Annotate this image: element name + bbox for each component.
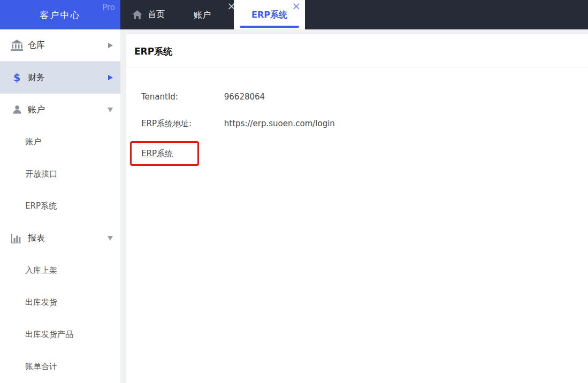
sidebar-subitem-inbound-shelving[interactable]: 入库上架 xyxy=(0,254,120,286)
field-value: https://erp.suoen.com/login xyxy=(224,119,335,128)
sidebar-item-finance[interactable]: $ 财务 xyxy=(0,62,120,94)
sidebar-subitem-erp-system[interactable]: ERP系统 xyxy=(0,190,120,222)
sidebar-item-warehouse[interactable]: 仓库 xyxy=(0,29,120,62)
tab-home[interactable]: 首页 xyxy=(132,0,165,29)
sidebar-subitem-bill-total[interactable]: 账单合计 xyxy=(0,350,120,382)
sidebar-subitem-outbound-products[interactable]: 出库发货产品 xyxy=(0,318,120,350)
home-icon xyxy=(132,10,142,19)
close-icon[interactable]: × xyxy=(292,1,301,11)
tab-erp-system[interactable]: ERP系统 × xyxy=(234,0,305,29)
field-label: TenantId: xyxy=(141,92,222,102)
field-label: ERP系统地址: xyxy=(141,119,222,129)
sidebar-item-label: 仓库 xyxy=(28,40,45,51)
page: { "brand": { "title": "客户中心", "badge": "… xyxy=(0,0,588,383)
bank-icon xyxy=(10,40,24,51)
sidebar-item-label: 账户 xyxy=(28,104,45,116)
sidebar-subitem-open-api[interactable]: 开放接口 xyxy=(0,158,120,190)
tab-home-label: 首页 xyxy=(148,9,165,20)
dollar-icon: $ xyxy=(10,73,24,83)
field-tenant-id: TenantId: 96628064 xyxy=(141,92,265,102)
sidebar-item-account[interactable]: 账户 xyxy=(0,94,120,126)
field-erp-url: ERP系统地址: https://erp.suoen.com/login xyxy=(141,119,335,129)
brand-badge: Pro xyxy=(102,3,115,12)
bar-chart-icon xyxy=(10,233,24,243)
sidebar-subitem-account[interactable]: 账户 xyxy=(0,126,120,158)
chevron-down-icon xyxy=(108,236,113,241)
sidebar-item-label: 财务 xyxy=(28,72,45,83)
content-area: ERP系统 TenantId: 96628064 ERP系统地址: https:… xyxy=(121,29,588,383)
sidebar-item-label: 报表 xyxy=(28,233,45,244)
chevron-down-icon xyxy=(108,108,113,112)
sidebar-subitem-outbound-shipping[interactable]: 出库发货 xyxy=(0,286,120,318)
chevron-right-icon xyxy=(108,43,113,48)
tab-account[interactable]: 账户 × xyxy=(185,0,234,29)
sidebar-item-reports[interactable]: 报表 xyxy=(0,222,120,254)
brand-header: 客户中心 Pro xyxy=(0,0,120,29)
erp-system-link[interactable]: ERP系统 xyxy=(141,149,173,159)
content-card: ERP系统 TenantId: 96628064 ERP系统地址: https:… xyxy=(126,34,588,383)
page-title: ERP系统 xyxy=(126,34,588,67)
chevron-right-icon xyxy=(108,75,113,80)
active-tab-indicator xyxy=(240,26,299,28)
topbar: 首页 账户 × ERP系统 × xyxy=(120,0,588,29)
field-value: 96628064 xyxy=(224,92,265,102)
tab-account-label: 账户 xyxy=(194,0,211,29)
sidebar: 仓库 $ 财务 账户 账户 开放接口 ERP系统 报表 xyxy=(0,29,121,383)
user-icon xyxy=(10,105,24,114)
